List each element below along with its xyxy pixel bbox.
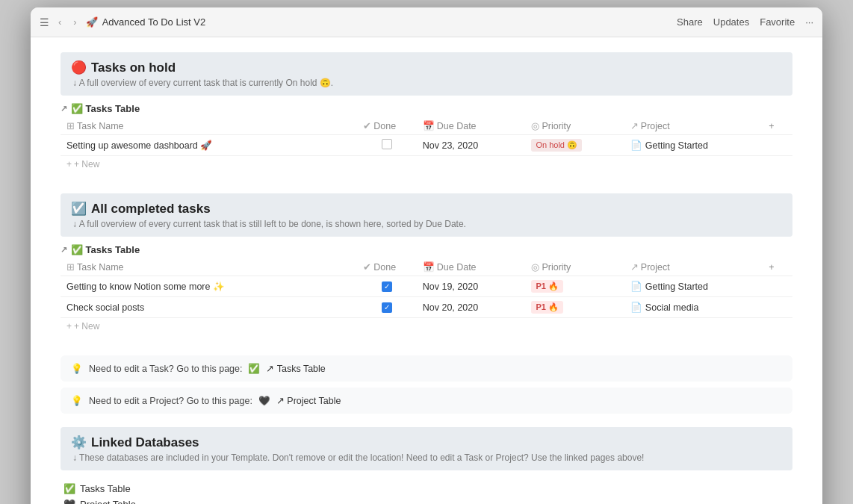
checkbox-checked-1[interactable]: ✓ — [382, 281, 392, 292]
th-plus-1[interactable]: + — [763, 117, 792, 135]
th-project-2: ↗Project — [624, 258, 763, 276]
priority-badge-onhold: On hold 🙃 — [531, 139, 582, 152]
th-done-1: ✔Done — [357, 117, 416, 135]
priority-badge-p1-2: P1 🔥 — [531, 301, 563, 314]
info-link-icon-1: ✅ — [248, 363, 260, 374]
section-tasks-on-hold: 🔴 Tasks on hold ↓ A full overview of eve… — [61, 52, 792, 172]
titlebar-left: ☰ ‹ › 🚀 Advanced To Do List V2 — [40, 15, 677, 29]
main-content: 🔴 Tasks on hold ↓ A full overview of eve… — [31, 37, 822, 504]
all-completed-table: ⊞Task Name ✔Done 📅Due Date ◎Priority — [61, 258, 792, 318]
titlebar-right: Share Updates Favorite ··· — [677, 16, 813, 28]
project-name-2: Getting Started — [645, 281, 708, 292]
favorite-button[interactable]: Favorite — [760, 16, 795, 28]
section-linked-databases: ⚙️ Linked Databases ↓ These databases ar… — [61, 427, 792, 504]
section-header-tasks-on-hold: 🔴 Tasks on hold ↓ A full overview of eve… — [61, 52, 792, 96]
linked-db-item-project[interactable]: 🖤 Project Table — [63, 497, 790, 504]
plus-icon-2: + — [66, 321, 72, 332]
section-header-all-completed: ☑️ All completed tasks ↓ A full overview… — [61, 193, 792, 237]
app-window: ☰ ‹ › 🚀 Advanced To Do List V2 Share Upd… — [31, 7, 822, 504]
due-date-cell-2: Nov 19, 2020 — [417, 276, 526, 297]
done-cell-2[interactable]: ✓ — [357, 276, 416, 297]
share-button[interactable]: Share — [677, 16, 703, 28]
section-desc-tasks-on-hold: ↓ A full overview of every current task … — [71, 78, 782, 88]
project-cell[interactable]: 📄 Getting Started — [624, 135, 763, 156]
row-plus-2 — [763, 276, 792, 297]
linked-db-items: ✅ Tasks Table 🖤 Project Table — [61, 475, 792, 504]
task-name-cell[interactable]: Setting up awesome dashboard 🚀 — [61, 135, 357, 156]
priority-cell-2[interactable]: P1 🔥 — [525, 276, 624, 297]
page-title: Advanced To Do List V2 — [102, 16, 206, 28]
info-text-1: Need to edit a Task? Go to this page: — [89, 364, 242, 374]
th-due-date-2: 📅Due Date — [417, 258, 526, 276]
linked-db-project-icon: 🖤 — [63, 499, 75, 504]
section-title-tasks-on-hold: 🔴 Tasks on hold — [71, 60, 782, 75]
linked-db-icon: ⚙️ — [71, 435, 87, 450]
table-row: Getting to know Notion some more ✨ ✓ Nov… — [61, 276, 792, 297]
project-icon-2: 📄 — [630, 281, 642, 292]
section-title-all-completed: ☑️ All completed tasks — [71, 201, 782, 217]
done-cell-3[interactable]: ✓ — [357, 297, 416, 318]
project-name: Getting Started — [645, 140, 708, 151]
th-task-name-2: ⊞Task Name — [61, 258, 357, 276]
new-row-button-2[interactable]: + + New — [61, 318, 792, 335]
linked-db-tasks-icon: ✅ — [63, 483, 75, 494]
forward-button[interactable]: › — [70, 15, 79, 29]
project-table-link[interactable]: ↗ Project Table — [276, 395, 341, 406]
info-bulb-icon-2: 💡 — [71, 395, 83, 406]
project-cell-2[interactable]: 📄 Getting Started — [624, 276, 763, 297]
info-text-2: Need to edit a Project? Go to this page: — [89, 396, 252, 406]
task-name-cell-2[interactable]: Getting to know Notion some more ✨ — [61, 276, 357, 297]
due-date-cell-3: Nov 20, 2020 — [417, 297, 526, 318]
linked-db-item-tasks[interactable]: ✅ Tasks Table — [63, 481, 790, 497]
sub-section-title-tasks-on-hold[interactable]: ↗ ✅ Tasks Table — [61, 103, 792, 114]
checkbox-empty[interactable] — [382, 139, 392, 149]
th-project-1: ↗Project — [624, 117, 763, 135]
linked-db-tasks-label: Tasks Table — [80, 483, 131, 494]
page-title-bar: 🚀 Advanced To Do List V2 — [86, 16, 206, 28]
priority-cell-3[interactable]: P1 🔥 — [525, 297, 624, 318]
th-done-2: ✔Done — [357, 258, 416, 276]
info-bulb-icon-1: 💡 — [71, 363, 83, 374]
linked-db-project-label: Project Table — [80, 499, 136, 504]
sub-section-tasks-on-hold: ↗ ✅ Tasks Table ⊞Task Name ✔Done — [61, 103, 792, 172]
plus-icon-1: + — [66, 159, 72, 169]
sub-section-title-all-completed[interactable]: ↗ ✅ Tasks Table — [61, 244, 792, 255]
th-due-date-1: 📅Due Date — [417, 117, 526, 135]
tasks-on-hold-table: ⊞Task Name ✔Done 📅Due Date ◎Priority — [61, 117, 792, 156]
updates-button[interactable]: Updates — [713, 16, 749, 28]
table-row: Check social posts ✓ Nov 20, 2020 P1 🔥 📄 — [61, 297, 792, 318]
page-title-icon: 🚀 — [86, 16, 98, 28]
project-icon-3: 📄 — [630, 302, 642, 313]
new-row-button-1[interactable]: + + New — [61, 156, 792, 172]
section-desc-all-completed: ↓ A full overview of every current task … — [71, 219, 782, 229]
section-header-linked-db: ⚙️ Linked Databases ↓ These databases ar… — [61, 427, 792, 470]
tasks-table-link[interactable]: ↗ Tasks Table — [266, 363, 325, 374]
sub-arrow-icon: ↗ — [61, 104, 67, 113]
th-priority-1: ◎Priority — [525, 117, 624, 135]
project-name-3: Social media — [645, 302, 699, 313]
titlebar: ☰ ‹ › 🚀 Advanced To Do List V2 Share Upd… — [31, 7, 822, 37]
info-box-project: 💡 Need to edit a Project? Go to this pag… — [61, 388, 792, 414]
section-icon-all-completed: ☑️ — [71, 201, 87, 217]
back-button[interactable]: ‹ — [55, 15, 64, 29]
th-plus-2[interactable]: + — [763, 258, 792, 276]
project-icon: 📄 — [630, 140, 642, 151]
menu-icon[interactable]: ☰ — [40, 16, 49, 28]
section-icon-tasks-on-hold: 🔴 — [71, 60, 87, 75]
table-row: Setting up awesome dashboard 🚀 Nov 23, 2… — [61, 135, 792, 156]
due-date-cell: Nov 23, 2020 — [417, 135, 526, 156]
priority-cell[interactable]: On hold 🙃 — [525, 135, 624, 156]
more-button[interactable]: ··· — [805, 16, 813, 28]
sub-section-all-completed: ↗ ✅ Tasks Table ⊞Task Name ✔Done — [61, 244, 792, 335]
done-cell[interactable] — [357, 135, 416, 156]
th-priority-2: ◎Priority — [525, 258, 624, 276]
section-all-completed: ☑️ All completed tasks ↓ A full overview… — [61, 193, 792, 335]
th-task-name-1: ⊞Task Name — [61, 117, 357, 135]
section-title-linked-db: ⚙️ Linked Databases — [71, 435, 782, 450]
checkbox-checked-2[interactable]: ✓ — [382, 302, 392, 313]
row-plus-3 — [763, 297, 792, 318]
task-name-cell-3[interactable]: Check social posts — [61, 297, 357, 318]
section-desc-linked-db: ↓ These databases are included in your T… — [71, 452, 782, 463]
sub-arrow-icon-2: ↗ — [61, 245, 67, 255]
project-cell-3[interactable]: 📄 Social media — [624, 297, 763, 318]
